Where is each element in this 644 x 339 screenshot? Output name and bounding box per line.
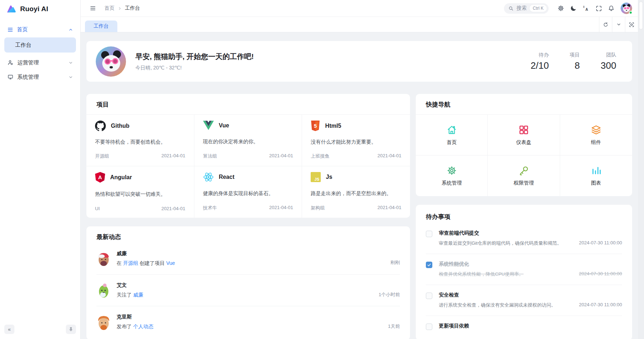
user-avatar bbox=[96, 314, 111, 330]
pin-sidebar-button[interactable] bbox=[66, 325, 76, 334]
search-icon bbox=[508, 6, 514, 11]
sidebar-item-home[interactable]: 首页 bbox=[4, 22, 76, 37]
todos-panel-title: 待办事项 bbox=[416, 205, 632, 223]
news-item[interactable]: 威廉 在 开源组 创建了项目 Vue 刚刚 bbox=[96, 243, 400, 274]
news-link-project[interactable]: Vue bbox=[166, 260, 175, 266]
project-card-angular[interactable]: A Angular 热情和欲望可以突破一切难关。 UI 2021-04-01 bbox=[86, 166, 194, 218]
quicknav-dashboard[interactable]: 仪表盘 bbox=[488, 115, 560, 155]
welcome-stats: 待办 2/10 项目 8 团队 300 bbox=[531, 52, 616, 71]
top-bar: 首页 工作台 搜索 Ctrl K bbox=[81, 0, 638, 17]
project-card-github[interactable]: Github 不要等待机会，而要创造机会。 开源组 2021-04-01 bbox=[86, 115, 194, 166]
todo-desc: 审查最近提交到Git仓库的前端代码，确保代码质量和规范。 bbox=[439, 240, 572, 247]
todo-checkbox-checked[interactable] bbox=[426, 262, 432, 268]
news-panel: 最新动态 威廉 在 开源组 创建了项目 Vue bbox=[86, 226, 410, 339]
news-action-text: 发布了 bbox=[117, 324, 133, 329]
quicknav-components[interactable]: 组件 bbox=[560, 115, 632, 155]
project-group: 上班摸鱼 bbox=[311, 153, 329, 159]
scrollbar-thumb[interactable] bbox=[639, 1, 643, 30]
stat-label: 待办 bbox=[531, 52, 549, 58]
project-date: 2021-04-01 bbox=[269, 153, 293, 159]
chevron-down-icon bbox=[616, 22, 621, 27]
svg-text:A: A bbox=[585, 8, 588, 12]
project-card-vue[interactable]: Vue 现在的你决定将来的你。 算法组 2021-04-01 bbox=[194, 115, 302, 166]
todo-date: 2024-07-30 11:00:00 bbox=[579, 240, 622, 245]
search-input[interactable]: 搜索 Ctrl K bbox=[504, 3, 549, 14]
brand-header[interactable]: Ruoyi AI bbox=[0, 0, 80, 18]
news-link-feed[interactable]: 个人动态 bbox=[133, 324, 153, 329]
maximize-content-button[interactable] bbox=[625, 17, 638, 32]
quicknav-label: 图表 bbox=[591, 180, 601, 186]
news-link-group[interactable]: 开源组 bbox=[123, 260, 138, 266]
project-desc: 没有什么才能比努力更重要。 bbox=[311, 139, 401, 145]
quicknav-grid: 首页 仪表盘 组件 bbox=[416, 115, 632, 196]
project-date: 2021-04-01 bbox=[377, 153, 401, 159]
fullscreen-icon bbox=[595, 5, 602, 12]
stat-projects: 项目 8 bbox=[570, 52, 580, 71]
project-date: 2021-04-01 bbox=[161, 153, 185, 159]
quicknav-system[interactable]: 系统管理 bbox=[416, 155, 488, 196]
person-icon bbox=[7, 59, 14, 66]
quicknav-charts[interactable]: 图表 bbox=[560, 155, 632, 196]
news-link-user[interactable]: 威廉 bbox=[133, 292, 143, 298]
dark-mode-button[interactable] bbox=[568, 3, 579, 14]
news-item[interactable]: 克里斯 发布了 个人动态 1天前 bbox=[96, 306, 400, 338]
settings-button[interactable] bbox=[555, 3, 567, 14]
todo-item: 审查前端代码提交 审查最近提交到Git仓库的前端代码，确保代码质量和规范。 20… bbox=[426, 223, 622, 254]
sidebar-item-workbench[interactable]: 工作台 bbox=[4, 37, 76, 53]
fullscreen-button[interactable] bbox=[593, 3, 604, 14]
check-icon bbox=[427, 263, 431, 267]
page-scrollbar[interactable] bbox=[638, 0, 644, 339]
project-name: Vue bbox=[219, 122, 229, 129]
toggle-sidebar-button[interactable] bbox=[87, 3, 99, 14]
news-user-name: 艾文 bbox=[117, 282, 143, 289]
todo-checkbox[interactable] bbox=[426, 231, 432, 237]
breadcrumb: 首页 工作台 bbox=[104, 5, 140, 12]
online-status-dot bbox=[629, 11, 632, 14]
bar-chart-icon bbox=[591, 165, 602, 176]
project-card-react[interactable]: React 健康的身体是实现目标的基石。 技术牛 2021-04-01 bbox=[194, 166, 302, 218]
news-action-text: 创建了项目 bbox=[138, 260, 166, 266]
refresh-tab-button[interactable] bbox=[599, 17, 612, 32]
sidebar: Ruoyi AI 首页 工作台 运营管理 bbox=[0, 0, 81, 339]
sidebar-item-label: 工作台 bbox=[15, 42, 31, 49]
quicknav-home[interactable]: 首页 bbox=[416, 115, 488, 155]
chevron-up-icon bbox=[68, 27, 73, 32]
todo-date: 2024-07-30 11:00:00 bbox=[579, 271, 622, 276]
project-card-html5[interactable]: 5 Html5 没有什么才能比努力更重要。 上班摸鱼 2021-04-01 bbox=[302, 115, 410, 166]
html5-logo-icon: 5 bbox=[311, 121, 320, 131]
language-button[interactable]: x̄ A bbox=[580, 3, 592, 14]
notifications-button[interactable] bbox=[605, 3, 617, 14]
quicknav-panel: 快捷导航 首页 仪表盘 bbox=[416, 94, 632, 196]
quicknav-label: 系统管理 bbox=[442, 180, 462, 186]
js-logo-icon: JS bbox=[311, 172, 321, 182]
news-text: 艾文 关注了 威廉 bbox=[117, 282, 143, 298]
quicknav-permissions[interactable]: 权限管理 bbox=[488, 155, 560, 196]
gear-icon bbox=[557, 5, 564, 12]
stat-label: 项目 bbox=[570, 52, 580, 58]
panda-avatar bbox=[96, 46, 126, 77]
todo-checkbox[interactable] bbox=[426, 293, 432, 299]
monitor-icon bbox=[7, 74, 14, 80]
todo-checkbox[interactable] bbox=[426, 324, 432, 330]
news-item[interactable]: 艾文 关注了 威廉 1个小时前 bbox=[96, 274, 400, 306]
svg-text:JS: JS bbox=[315, 177, 319, 181]
collapse-sidebar-button[interactable]: « bbox=[4, 325, 14, 334]
project-desc: 热情和欲望可以突破一切难关。 bbox=[95, 191, 185, 198]
content-area: 早安, 熊猫助手, 开始您一天的工作吧! 今日晴, 20℃ - 32℃! 待办 … bbox=[81, 32, 638, 339]
news-action-text: 在 bbox=[117, 260, 123, 266]
quicknav-label: 首页 bbox=[447, 139, 457, 146]
sidebar-item-system[interactable]: 系统管理 bbox=[4, 70, 76, 84]
user-avatar[interactable] bbox=[621, 3, 632, 14]
todo-text: 更新项目依赖 bbox=[439, 323, 616, 333]
react-logo-icon bbox=[203, 172, 214, 182]
project-card-js[interactable]: JS Js 路是走出来的，而不是空想出来的。 架构组 2021-04-01 bbox=[302, 166, 410, 218]
translate-icon: x̄ A bbox=[582, 5, 590, 12]
tab-workbench[interactable]: 工作台 bbox=[85, 21, 117, 32]
sidebar-item-operations[interactable]: 运营管理 bbox=[4, 55, 76, 70]
stat-value: 8 bbox=[570, 60, 580, 71]
breadcrumb-home[interactable]: 首页 bbox=[104, 5, 114, 12]
news-panel-title: 最新动态 bbox=[86, 226, 410, 243]
search-shortcut-badge: Ctrl K bbox=[530, 5, 547, 12]
project-desc: 路是走出来的，而不是空想出来的。 bbox=[311, 190, 401, 197]
tab-options-button[interactable] bbox=[612, 17, 625, 32]
